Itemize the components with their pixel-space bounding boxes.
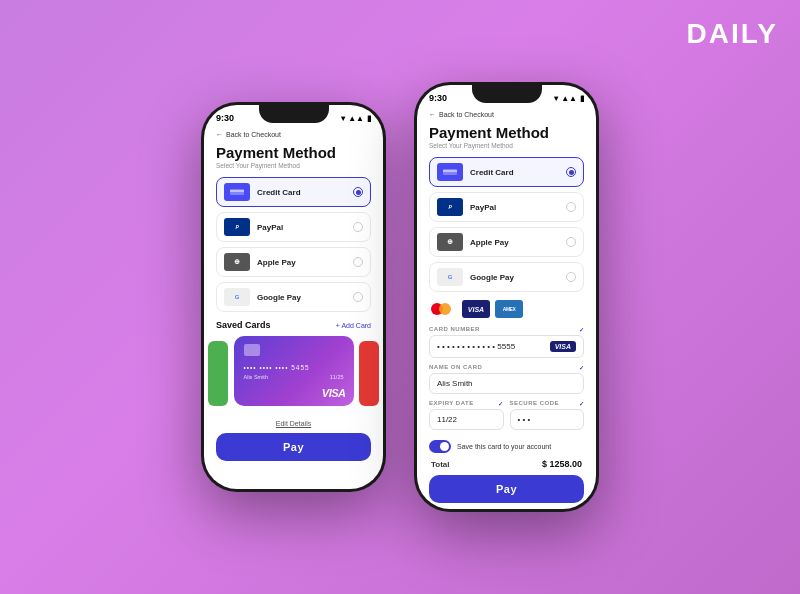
back-button-left[interactable]: ← Back to Checkout bbox=[216, 131, 371, 138]
secure-code-label-right: SECURE CODE ✓ bbox=[510, 400, 585, 407]
signal-icon-left: ▲▲ bbox=[348, 114, 364, 123]
svg-rect-3 bbox=[443, 170, 457, 172]
screen-content-left: ← Back to Checkout Payment Method Select… bbox=[204, 127, 383, 489]
saved-cards-header-left: Saved Cards + Add Card bbox=[216, 320, 371, 330]
google-pay-label-left: Google Pay bbox=[257, 293, 353, 302]
page-subtitle-left: Select Your Payment Method bbox=[216, 162, 371, 169]
total-amount-right: $ 1258.00 bbox=[542, 459, 582, 469]
radio-paypal-left[interactable] bbox=[353, 222, 363, 232]
card-chip-left bbox=[244, 344, 260, 356]
page-title-left: Payment Method bbox=[216, 144, 371, 161]
phone-left-screen: 9:30 ▾ ▲▲ ▮ ← Back to Checkout Payment M… bbox=[204, 105, 383, 489]
status-icons-left: ▾ ▲▲ ▮ bbox=[341, 114, 371, 123]
amex-logo: AMEX bbox=[495, 300, 523, 318]
payment-option-google-right[interactable]: G Google Pay bbox=[429, 262, 584, 292]
radio-paypal-right[interactable] bbox=[566, 202, 576, 212]
phone-right-screen: 9:30 ▾ ▲▲ ▮ ← Back to Checkout Payment M… bbox=[417, 85, 596, 509]
expiry-secure-row: EXPIRY DATE ✓ 11/22 SECURE CODE ✓ bbox=[429, 400, 584, 436]
payment-option-credit-right[interactable]: Credit Card bbox=[429, 157, 584, 187]
credit-card-icon-left bbox=[224, 183, 250, 201]
phone-right: 9:30 ▾ ▲▲ ▮ ← Back to Checkout Payment M… bbox=[414, 82, 599, 512]
paypal-icon-left: P bbox=[224, 218, 250, 236]
radio-apple-right[interactable] bbox=[566, 237, 576, 247]
card-number-value-right: • • • • • • • • • • • • 5555 bbox=[437, 342, 515, 351]
payment-option-credit-left[interactable]: Credit Card bbox=[216, 177, 371, 207]
google-pay-icon-right: G bbox=[437, 268, 463, 286]
credit-card-icon-right bbox=[437, 163, 463, 181]
apple-pay-label-right: Apple Pay bbox=[470, 238, 566, 247]
name-value-right: Alis Smith bbox=[437, 379, 473, 388]
saved-cards-title-left: Saved Cards bbox=[216, 320, 271, 330]
secure-code-input-right[interactable]: • • • bbox=[510, 409, 585, 430]
radio-credit-right[interactable] bbox=[566, 167, 576, 177]
credit-card-label-left: Credit Card bbox=[257, 188, 353, 197]
pay-button-right[interactable]: Pay bbox=[429, 475, 584, 503]
card-number-check: ✓ bbox=[579, 326, 585, 333]
total-label-right: Total bbox=[431, 460, 450, 469]
card-logos-right: VISA AMEX bbox=[429, 300, 584, 318]
payment-option-google-left[interactable]: G Google Pay bbox=[216, 282, 371, 312]
expiry-value-right: 11/22 bbox=[437, 415, 457, 424]
toggle-knob bbox=[440, 442, 449, 451]
back-label-left: Back to Checkout bbox=[226, 131, 281, 138]
payment-option-paypal-left[interactable]: P PayPal bbox=[216, 212, 371, 242]
card-expiry-left: 11/25 bbox=[330, 374, 344, 380]
google-pay-label-right: Google Pay bbox=[470, 273, 566, 282]
expiry-input-right[interactable]: 11/22 bbox=[429, 409, 504, 430]
card-brand-left: VISA bbox=[322, 387, 346, 399]
apple-pay-label-left: Apple Pay bbox=[257, 258, 353, 267]
paypal-label-left: PayPal bbox=[257, 223, 353, 232]
notch-left bbox=[259, 105, 329, 123]
radio-apple-left[interactable] bbox=[353, 257, 363, 267]
total-row-right: Total $ 1258.00 bbox=[429, 459, 584, 469]
visa-logo: VISA bbox=[462, 300, 490, 318]
wifi-icon-right: ▾ bbox=[554, 94, 558, 103]
status-icons-right: ▾ ▲▲ ▮ bbox=[554, 94, 584, 103]
back-label-right: Back to Checkout bbox=[439, 111, 494, 118]
add-card-button-left[interactable]: + Add Card bbox=[336, 322, 371, 329]
name-input-right[interactable]: Alis Smith bbox=[429, 373, 584, 394]
name-label-right: NAME ON CARD ✓ bbox=[429, 364, 584, 371]
pay-button-left[interactable]: Pay bbox=[216, 433, 371, 461]
paypal-label-right: PayPal bbox=[470, 203, 566, 212]
card-stack-left: •••• •••• •••• 5455 Alis Smith 11/25 VIS… bbox=[216, 336, 371, 416]
save-card-toggle[interactable] bbox=[429, 440, 451, 453]
battery-icon-left: ▮ bbox=[367, 114, 371, 123]
radio-google-right[interactable] bbox=[566, 272, 576, 282]
paypal-icon-right: P bbox=[437, 198, 463, 216]
secure-code-value-right: • • • bbox=[518, 415, 531, 424]
page-subtitle-right: Select Your Payment Method bbox=[429, 142, 584, 149]
apple-pay-icon-left: ⊕ bbox=[224, 253, 250, 271]
payment-option-apple-left[interactable]: ⊕ Apple Pay bbox=[216, 247, 371, 277]
status-time-left: 9:30 bbox=[216, 113, 234, 123]
back-arrow-left: ← bbox=[216, 131, 223, 138]
secure-wrap: SECURE CODE ✓ • • • bbox=[510, 400, 585, 436]
payment-option-apple-right[interactable]: ⊕ Apple Pay bbox=[429, 227, 584, 257]
notch-right bbox=[472, 85, 542, 103]
card-holder-left: Alis Smith bbox=[244, 374, 268, 380]
svg-rect-1 bbox=[230, 190, 244, 192]
phone-left: 9:30 ▾ ▲▲ ▮ ← Back to Checkout Payment M… bbox=[201, 102, 386, 492]
mastercard-logo bbox=[429, 300, 457, 318]
name-check: ✓ bbox=[579, 364, 585, 371]
expiry-wrap: EXPIRY DATE ✓ 11/22 bbox=[429, 400, 504, 436]
edit-details-link-left[interactable]: Edit Details bbox=[216, 420, 371, 427]
status-time-right: 9:30 bbox=[429, 93, 447, 103]
card-number-label-right: CARD NUMBER ✓ bbox=[429, 326, 584, 333]
apple-pay-icon-right: ⊕ bbox=[437, 233, 463, 251]
save-card-label: Save this card to your account bbox=[457, 443, 551, 450]
google-pay-icon-left: G bbox=[224, 288, 250, 306]
phones-container: 9:30 ▾ ▲▲ ▮ ← Back to Checkout Payment M… bbox=[201, 82, 599, 512]
credit-label-right: Credit Card bbox=[470, 168, 566, 177]
brand-label: DAILY bbox=[687, 18, 778, 50]
payment-option-paypal-right[interactable]: P PayPal bbox=[429, 192, 584, 222]
card-info-row-left: Alis Smith 11/25 bbox=[244, 374, 344, 380]
card-number-input-right[interactable]: • • • • • • • • • • • • 5555 VISA bbox=[429, 335, 584, 358]
secure-check: ✓ bbox=[579, 400, 585, 407]
save-card-row: Save this card to your account bbox=[429, 440, 584, 453]
back-button-right[interactable]: ← Back to Checkout bbox=[429, 111, 584, 118]
expiry-check: ✓ bbox=[498, 400, 504, 407]
signal-icon-right: ▲▲ bbox=[561, 94, 577, 103]
radio-google-left[interactable] bbox=[353, 292, 363, 302]
radio-credit-left[interactable] bbox=[353, 187, 363, 197]
